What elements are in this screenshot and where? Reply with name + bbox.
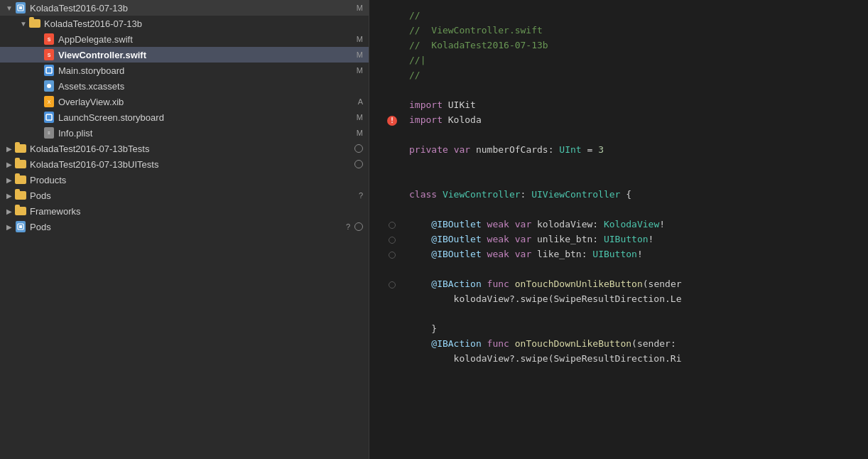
code-line: } bbox=[381, 322, 868, 337]
xcassets-file-icon bbox=[44, 80, 54, 92]
breakpoint-dot[interactable] bbox=[389, 237, 396, 244]
breakpoint-dot bbox=[354, 222, 363, 231]
code-line bbox=[381, 262, 868, 277]
line-gutter bbox=[381, 352, 403, 367]
line-gutter bbox=[381, 202, 403, 217]
code-line: @IBAction func onTouchDownUnlikeButton(s… bbox=[381, 277, 868, 292]
svg-rect-6 bbox=[19, 225, 22, 228]
code-text: @IBAction func onTouchDownUnlikeButton(s… bbox=[403, 277, 682, 292]
swift-file-icon: S bbox=[44, 33, 54, 45]
vcs-badge: M bbox=[357, 129, 363, 137]
code-line: kolodaView?.swipe(SwipeResultDirection.R… bbox=[381, 352, 868, 367]
code-line bbox=[381, 202, 868, 217]
code-line: @IBOutlet weak var like_btn: UIButton! bbox=[381, 247, 868, 262]
code-text bbox=[403, 202, 409, 217]
sidebar-item-root-project[interactable]: ▼KoladaTest2016-07-13bM bbox=[0, 0, 369, 16]
item-label: LaunchScreen.storyboard bbox=[58, 112, 352, 123]
folder-icon bbox=[15, 176, 26, 184]
item-label: Info.plist bbox=[58, 128, 352, 139]
sidebar-item-file-main-storyboard[interactable]: Main.storyboardM bbox=[0, 63, 369, 78]
item-label: Products bbox=[30, 175, 363, 185]
code-line: import UIKit bbox=[381, 98, 868, 113]
sidebar-item-file-infoplist[interactable]: ≡Info.plistM bbox=[0, 125, 369, 141]
xib-file-icon: X bbox=[44, 96, 54, 107]
file-navigator[interactable]: ▼KoladaTest2016-07-13bM▼KoladaTest2016-0… bbox=[0, 0, 369, 459]
svg-rect-4 bbox=[46, 114, 52, 120]
code-text: @IBAction func onTouchDownLikeButton(sen… bbox=[403, 337, 676, 352]
svg-rect-2 bbox=[46, 68, 52, 73]
svg-rect-1 bbox=[19, 6, 22, 9]
sidebar-item-root-pods[interactable]: ▶Pods? bbox=[0, 219, 369, 234]
line-gutter bbox=[381, 98, 403, 113]
sidebar-item-file-launchscreen[interactable]: LaunchScreen.storyboardM bbox=[0, 109, 369, 125]
expand-arrow[interactable]: ▼ bbox=[4, 4, 14, 12]
breakpoint-dot[interactable] bbox=[389, 222, 396, 229]
code-text: // KoladaTest2016-07-13b bbox=[403, 38, 548, 53]
sidebar-item-file-assets[interactable]: Assets.xcassets bbox=[0, 78, 369, 94]
breakpoint-dot[interactable] bbox=[389, 281, 396, 288]
svg-point-3 bbox=[47, 84, 51, 88]
code-line: @IBOutlet weak var kolodaView: KolodaVie… bbox=[381, 217, 868, 232]
folder-icon bbox=[15, 191, 26, 200]
plist-file-icon: ≡ bbox=[44, 127, 54, 139]
line-gutter bbox=[381, 247, 403, 262]
code-line: // bbox=[381, 9, 868, 23]
sidebar-item-file-appdelegate[interactable]: SAppDelegate.swiftM bbox=[0, 31, 369, 47]
code-text: } bbox=[403, 322, 437, 337]
item-label: Assets.xcassets bbox=[58, 81, 363, 92]
storyboard-file-icon bbox=[44, 112, 54, 123]
code-text: @IBOutlet weak var like_btn: UIButton! bbox=[403, 247, 643, 262]
code-text bbox=[403, 262, 409, 277]
sidebar-item-folder-frameworks[interactable]: ▶Frameworks bbox=[0, 203, 369, 219]
expand-arrow[interactable]: ▶ bbox=[4, 145, 14, 153]
sidebar-item-file-overlayview[interactable]: XOverlayView.xibA bbox=[0, 94, 369, 109]
code-line: kolodaView?.swipe(SwipeResultDirection.L… bbox=[381, 292, 868, 307]
code-line: private var numberOfCards: UInt = 3 bbox=[381, 143, 868, 158]
sidebar-item-folder-uitests[interactable]: ▶KoladaTest2016-07-13bUITests bbox=[0, 156, 369, 172]
vcs-badge: M bbox=[357, 35, 363, 43]
sidebar-item-file-viewcontroller[interactable]: SViewController.swiftM bbox=[0, 47, 369, 63]
code-line bbox=[381, 307, 868, 322]
vcs-badge: M bbox=[357, 4, 363, 12]
expand-arrow[interactable]: ▶ bbox=[4, 223, 14, 231]
code-text: @IBOutlet weak var unlike_btn: UIButton! bbox=[403, 232, 653, 247]
code-text bbox=[403, 173, 409, 188]
item-label: Frameworks bbox=[30, 206, 363, 217]
item-label: AppDelegate.swift bbox=[58, 34, 352, 45]
project-file-icon bbox=[16, 2, 26, 14]
expand-arrow[interactable]: ▼ bbox=[18, 20, 28, 28]
line-gutter bbox=[381, 337, 403, 352]
code-line: class ViewController: UIViewController { bbox=[381, 188, 868, 202]
expand-arrow[interactable]: ▶ bbox=[4, 207, 14, 215]
line-gutter bbox=[381, 307, 403, 322]
code-text bbox=[403, 128, 409, 143]
expand-arrow[interactable]: ▶ bbox=[4, 161, 14, 168]
code-text: import Koloda bbox=[403, 113, 482, 128]
code-text: // ViewController.swift bbox=[403, 23, 543, 38]
line-gutter bbox=[381, 173, 403, 188]
expand-arrow[interactable]: ▶ bbox=[4, 192, 14, 200]
code-text: private var numberOfCards: UInt = 3 bbox=[403, 143, 604, 158]
code-text: import UIKit bbox=[403, 98, 476, 113]
code-line: // ViewController.swift bbox=[381, 23, 868, 38]
code-text: kolodaView?.swipe(SwipeResultDirection.R… bbox=[403, 352, 682, 367]
sidebar-item-folder-products[interactable]: ▶Products bbox=[0, 172, 369, 188]
breakpoint-dot bbox=[354, 144, 363, 153]
code-line bbox=[381, 158, 868, 173]
code-editor[interactable]: //// ViewController.swift// KoladaTest20… bbox=[369, 0, 868, 459]
expand-arrow[interactable]: ▶ bbox=[4, 176, 14, 184]
code-line: !import Koloda bbox=[381, 113, 868, 128]
code-text: //| bbox=[403, 53, 425, 68]
code-text: @IBOutlet weak var kolodaView: KolodaVie… bbox=[403, 217, 665, 232]
sidebar-item-folder-pods[interactable]: ▶Pods? bbox=[0, 188, 369, 203]
storyboard-file-icon bbox=[44, 65, 54, 76]
code-text: class ViewController: UIViewController { bbox=[403, 188, 631, 202]
sidebar-item-folder-main[interactable]: ▼KoladaTest2016-07-13b bbox=[0, 16, 369, 31]
sidebar-item-folder-tests[interactable]: ▶KoladaTest2016-07-13bTests bbox=[0, 141, 369, 156]
breakpoint-dot[interactable] bbox=[389, 252, 396, 259]
breakpoint-dot bbox=[354, 160, 363, 168]
line-gutter bbox=[381, 292, 403, 307]
item-label: KoladaTest2016-07-13b bbox=[30, 3, 352, 14]
vcs-badge: ? bbox=[346, 222, 350, 231]
swift-file-icon: S bbox=[44, 49, 54, 60]
